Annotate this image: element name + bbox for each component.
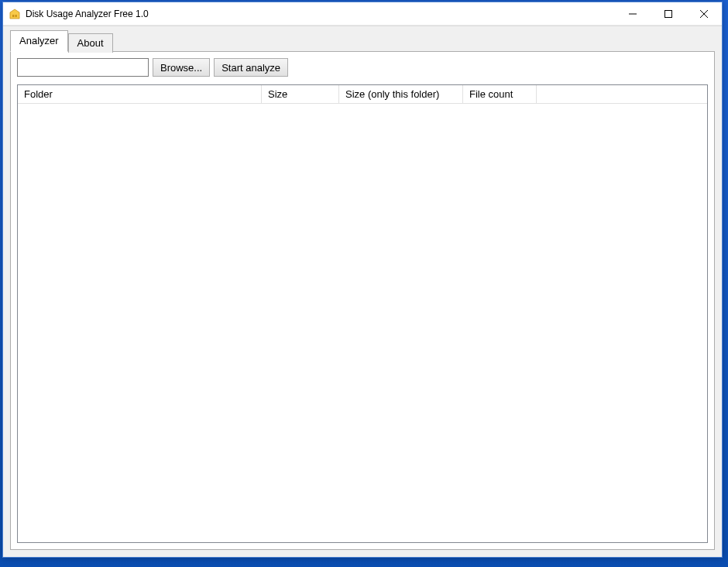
- listview-header: Folder Size Size (only this folder) File…: [18, 85, 707, 104]
- titlebar[interactable]: Disk Usage Analyzer Free 1.0: [3, 2, 722, 26]
- app-icon: [9, 8, 21, 20]
- window-controls: [615, 2, 722, 25]
- start-analyze-button[interactable]: Start analyze: [214, 58, 288, 77]
- results-listview[interactable]: Folder Size Size (only this folder) File…: [17, 84, 708, 543]
- column-file-count[interactable]: File count: [463, 85, 537, 103]
- close-button[interactable]: [686, 2, 722, 25]
- tabstrip: Analyzer About: [3, 26, 722, 51]
- window-title: Disk Usage Analyzer Free 1.0: [26, 9, 615, 19]
- maximize-button[interactable]: [651, 2, 686, 25]
- desktop-background: Disk Usage Analyzer Free 1.0 Analyzer Ab…: [0, 0, 728, 567]
- tab-analyzer[interactable]: Analyzer: [10, 30, 68, 52]
- client-area: Analyzer About Browse... Start analyze F…: [3, 26, 722, 557]
- column-folder[interactable]: Folder: [18, 85, 262, 103]
- toolbar: Browse... Start analyze: [17, 58, 708, 77]
- tabpanel-analyzer: Browse... Start analyze Folder Size Size…: [10, 51, 715, 550]
- svg-rect-0: [12, 15, 14, 17]
- column-filler: [537, 85, 707, 103]
- browse-button[interactable]: Browse...: [153, 58, 210, 77]
- app-window: Disk Usage Analyzer Free 1.0 Analyzer Ab…: [2, 2, 723, 558]
- column-size[interactable]: Size: [262, 85, 339, 103]
- column-size-only[interactable]: Size (only this folder): [339, 85, 463, 103]
- listview-body: [18, 104, 707, 542]
- tab-about[interactable]: About: [68, 33, 113, 53]
- path-input[interactable]: [17, 58, 149, 77]
- minimize-button[interactable]: [615, 2, 651, 25]
- svg-rect-3: [665, 10, 672, 17]
- svg-rect-1: [15, 15, 17, 17]
